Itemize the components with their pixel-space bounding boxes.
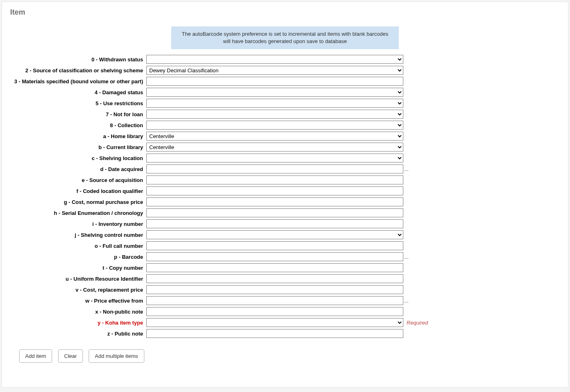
row-materials: 3 - Materials specified (bound volume or… [10,77,560,86]
select-notforloan[interactable] [146,110,403,119]
button-row: Add item Clear Add multiple items [10,349,560,363]
select-damaged[interactable] [146,88,403,97]
select-shelving-control[interactable] [146,230,403,239]
item-panel: Item The autoBarcode system preference i… [2,2,568,388]
row-full-call: o - Full call number [10,241,560,250]
label-public-note: z - Public note [10,331,146,337]
row-cost-replace: v - Cost, replacement price [10,285,560,294]
add-multiple-button[interactable]: Add multiple items [89,349,144,363]
input-cost-normal[interactable] [146,197,403,206]
row-nonpublic-note: x - Non-public note [10,307,560,316]
label-barcode: p - Barcode [10,254,146,260]
select-item-type[interactable] [146,318,403,327]
label-price-effective: w - Price effective from [10,298,146,304]
input-materials[interactable] [146,77,403,86]
input-nonpublic-note[interactable] [146,307,403,316]
label-uri: u - Uniform Resource Identifier [10,276,146,282]
label-cost-normal: g - Cost, normal purchase price [10,199,146,205]
input-copy-number[interactable] [146,263,403,272]
select-restrictions[interactable] [146,99,403,108]
input-serial-enum[interactable] [146,208,403,217]
input-public-note[interactable] [146,329,403,338]
label-notforloan: 7 - Not for loan [10,111,146,117]
row-copy-number: t - Copy number [10,263,560,272]
autobarcode-notice: The autoBarcode system preference is set… [171,26,399,49]
label-shelving-control: j - Shelving control number [10,232,146,238]
label-shelving-location: c - Shelving location [10,155,146,161]
input-date-acquired[interactable] [146,165,403,173]
row-restrictions: 5 - Use restrictions [10,99,560,108]
row-cost-normal: g - Cost, normal purchase price [10,197,560,206]
barcode-plugin-icon[interactable]: ... [403,254,409,260]
label-classification: 2 - Source of classification or shelving… [10,67,146,74]
row-shelving-control: j - Shelving control number [10,230,560,239]
row-serial-enum: h - Serial Enumeration / chronology [10,208,560,217]
label-coded-location: f - Coded location qualifier [10,188,146,194]
label-full-call: o - Full call number [10,243,146,249]
label-item-type: y - Koha item type [10,320,146,326]
label-date-acquired: d - Date acquired [10,166,146,172]
add-item-button[interactable]: Add item [19,349,52,363]
input-barcode[interactable] [146,252,403,261]
row-damaged: 4 - Damaged status [10,88,560,97]
select-collection[interactable] [146,121,403,130]
date-acquired-picker-icon[interactable]: ... [403,166,409,172]
label-source-acquisition: e - Source of acquisition [10,177,146,183]
label-nonpublic-note: x - Non-public note [10,309,146,315]
row-current-library: b - Current library Centerville [10,143,560,152]
page-title: Item [10,8,560,17]
input-source-acquisition[interactable] [146,175,403,184]
row-withdrawn: 0 - Withdrawn status [10,55,560,64]
input-cost-replace[interactable] [146,285,403,294]
select-shelving-location[interactable] [146,154,403,162]
label-restrictions: 5 - Use restrictions [10,100,146,106]
label-serial-enum: h - Serial Enumeration / chronology [10,210,146,216]
row-item-type: y - Koha item type Required [10,318,560,327]
input-price-effective[interactable] [146,296,403,305]
row-public-note: z - Public note [10,329,560,338]
clear-button[interactable]: Clear [58,349,83,363]
select-current-library[interactable]: Centerville [146,143,403,152]
label-home-library: a - Home library [10,133,146,139]
input-coded-location[interactable] [146,186,403,195]
row-uri: u - Uniform Resource Identifier [10,274,560,283]
label-inventory: i - Inventory number [10,221,146,227]
label-current-library: b - Current library [10,144,146,150]
row-classification: 2 - Source of classification or shelving… [10,66,560,75]
label-cost-replace: v - Cost, replacement price [10,287,146,293]
input-full-call[interactable] [146,241,403,250]
label-materials: 3 - Materials specified (bound volume or… [10,78,146,84]
row-source-acquisition: e - Source of acquisition [10,175,560,184]
row-notforloan: 7 - Not for loan [10,110,560,119]
label-damaged: 4 - Damaged status [10,89,146,95]
input-inventory[interactable] [146,219,403,228]
price-effective-picker-icon[interactable]: ... [403,298,409,304]
required-tag: Required [403,320,428,326]
row-coded-location: f - Coded location qualifier [10,186,560,195]
select-classification[interactable]: Dewey Decimal Classification [146,66,403,75]
row-barcode: p - Barcode ... [10,252,560,261]
row-shelving-location: c - Shelving location [10,154,560,162]
select-home-library[interactable]: Centerville [146,132,403,141]
row-inventory: i - Inventory number [10,219,560,228]
row-collection: 8 - Collection [10,121,560,130]
select-withdrawn[interactable] [146,55,403,64]
label-copy-number: t - Copy number [10,265,146,271]
row-date-acquired: d - Date acquired ... [10,165,560,173]
input-uri[interactable] [146,274,403,283]
label-withdrawn: 0 - Withdrawn status [10,56,146,63]
row-home-library: a - Home library Centerville [10,132,560,141]
label-collection: 8 - Collection [10,122,146,128]
row-price-effective: w - Price effective from ... [10,296,560,305]
